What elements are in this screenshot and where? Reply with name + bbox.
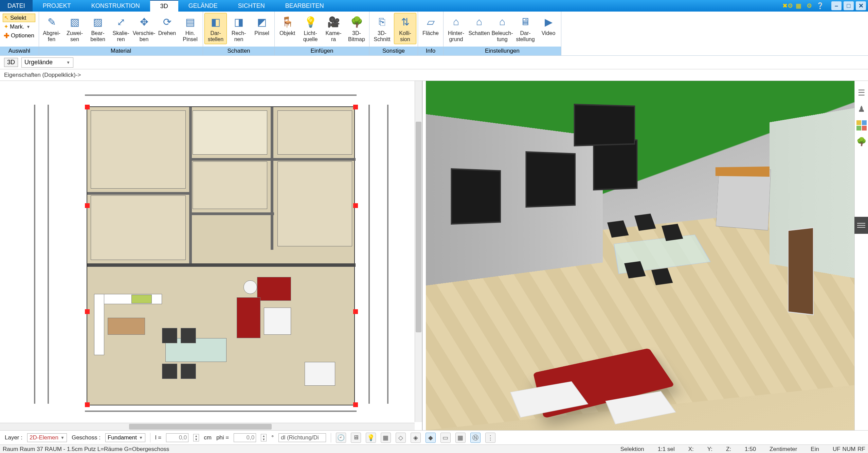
monitor-icon[interactable]: 🖥 [351, 433, 361, 443]
bulb-small-icon[interactable]: 💡 [366, 433, 376, 443]
tab-datei[interactable]: DATEI [0, 0, 33, 12]
tab-sichten[interactable]: SICHTEN [228, 0, 275, 12]
status-ein: Ein [811, 446, 819, 453]
status-x: X: [688, 446, 694, 453]
status-selektion: Selektion [620, 446, 644, 453]
length-spinner[interactable]: ▲▼ [193, 434, 199, 441]
tab-projekt[interactable]: PROJEKT [33, 0, 81, 12]
tools-icon[interactable]: ✖⚙ [783, 1, 792, 10]
terrain-layer-combo[interactable]: Urgelände▼ [21, 57, 73, 68]
material-skalieren-button[interactable]: ⤢Skalie- ren [110, 13, 132, 44]
help-icon[interactable]: ❔ [816, 1, 825, 10]
maximize-button[interactable]: □ [844, 1, 854, 10]
status-sel-ratio: 1:1 sel [658, 446, 675, 453]
display-icon: 🖥 [518, 15, 532, 29]
sonstige-3dschnitt-button[interactable]: ⎘3D- Schnitt [371, 13, 393, 44]
geschoss-select[interactable]: Fundament▼ [105, 433, 145, 442]
phi-input[interactable]: 0,0 [234, 433, 256, 442]
layer-b-icon[interactable]: ◈ [411, 433, 421, 443]
close-button[interactable]: ✕ [856, 1, 866, 10]
brush-bg-icon: ▤ [183, 15, 197, 29]
einst-video-button[interactable]: ▶Video [537, 13, 560, 38]
workspace: ☰ ♟ 🌳 [0, 81, 868, 430]
schatten-rechnen-button[interactable]: ◨Rech- nen [228, 13, 250, 44]
select-tool[interactable]: ↖Selekt [3, 14, 35, 22]
collision-icon: ⇅ [398, 15, 412, 29]
einfuegen-kamera-button[interactable]: 🎥Kame- ra [322, 13, 345, 44]
phi-spinner[interactable]: ▲▼ [261, 434, 267, 441]
marker-icon: ✦ [4, 23, 8, 30]
chevron-down-icon: ▼ [139, 435, 143, 440]
geschoss-label: Geschoss : [72, 434, 101, 441]
ribbon-group-einfuegen: 🪑Objekt 💡Licht- quelle 🎥Kame- ra 🌳3D- Bi… [275, 12, 369, 55]
fade-icon[interactable]: ▭ [440, 433, 451, 443]
dl-input[interactable]: dl (Richtung/Di [278, 433, 326, 442]
play-icon: ▶ [541, 15, 556, 29]
layer-a-icon[interactable]: ◇ [396, 433, 406, 443]
lightbulb-icon: 💡 [303, 15, 318, 29]
grid-icon[interactable]: ▦ [455, 433, 466, 443]
tab-3d[interactable]: 3D [150, 0, 178, 12]
tab-bearbeiten[interactable]: BEARBEITEN [275, 0, 334, 12]
status-unit: Zentimeter [770, 446, 797, 453]
assign-icon: ▧ [68, 15, 82, 29]
window-presets-icon[interactable]: ▦ [794, 1, 803, 10]
view-mode-badge[interactable]: 3D [4, 58, 18, 67]
plan-2d-viewport[interactable] [0, 81, 422, 430]
material-abgreifen-button[interactable]: ✎Abgrei- fen [40, 13, 63, 44]
eyedropper-icon: ✎ [44, 15, 59, 29]
tab-konstruktion[interactable]: KONSTRUKTION [81, 0, 150, 12]
ribbon-group-einstellungen: ⌂Hinter- grund ⌂Schatten ⌂Beleuch- tung … [444, 12, 561, 55]
lighting-icon: ⌂ [495, 15, 509, 29]
layer-label: Layer : [5, 434, 22, 441]
plan-horizontal-scrollbar[interactable] [0, 423, 415, 430]
layer-c-icon[interactable]: ◆ [426, 433, 436, 443]
einfuegen-objekt-button[interactable]: 🪑Objekt [276, 13, 299, 38]
shadow-brush-icon: ◩ [255, 15, 269, 29]
material-verschieben-button[interactable]: ✥Verschie- ben [133, 13, 155, 44]
material-drehen-button[interactable]: ⟳Drehen [156, 13, 178, 38]
swatch-icon[interactable]: ▦ [381, 433, 391, 443]
schatten-darstellen-button[interactable]: ◧Dar- stellen [204, 13, 227, 44]
options-tool[interactable]: ✚Optionen [3, 31, 35, 40]
shadow-settings-icon: ⌂ [472, 15, 486, 29]
parameter-bar: Layer : 2D-Elemen▼ Geschoss : Fundament▼… [0, 430, 868, 445]
ribbon-group-schatten: ◧Dar- stellen ◨Rech- nen ◩Pinsel Schatte… [203, 12, 275, 55]
sonstige-kollision-button[interactable]: ⇅Kolli- sion [394, 13, 416, 44]
einst-beleuchtung-button[interactable]: ⌂Beleuch- tung [491, 13, 513, 44]
app-settings-icon[interactable]: ⚙ [805, 1, 814, 10]
einst-schatten-button[interactable]: ⌂Schatten [468, 13, 490, 38]
length-input[interactable]: 0,0 [166, 433, 188, 442]
minimize-button[interactable]: – [831, 1, 842, 10]
mark-tool[interactable]: ✦Mark.▼ [3, 23, 35, 31]
einst-hintergrund-button[interactable]: ⌂Hinter- grund [445, 13, 467, 44]
einfuegen-3dbitmap-button[interactable]: 🌳3D- Bitmap [345, 13, 368, 44]
edit-material-icon: ▨ [91, 15, 105, 29]
layer-select[interactable]: 2D-Elemen▼ [27, 433, 67, 442]
panel-drag-handle[interactable] [854, 217, 868, 234]
more-icon[interactable]: ⋮ [485, 433, 495, 443]
properties-hint[interactable]: Eigenschaften (Doppelklick)-> [0, 69, 868, 81]
title-bar-icons: ✖⚙ ▦ ⚙ ❔ – □ ✕ [783, 0, 866, 12]
history-icon[interactable]: 🕘 [336, 433, 346, 443]
status-bar: Raum Raum 37 RAUM - 1.5cm Putz L=Räume G… [0, 445, 868, 453]
north-icon[interactable]: Ⓝ [470, 433, 481, 443]
info-flaeche-button[interactable]: ▱Fläche [419, 13, 442, 38]
layers-icon[interactable]: ☰ [856, 88, 867, 98]
schatten-pinsel-button[interactable]: ◩Pinsel [251, 13, 273, 38]
color-palette-icon[interactable] [856, 120, 867, 130]
einst-darstellung-button[interactable]: 🖥Dar- stellung [514, 13, 537, 44]
material-zuweisen-button[interactable]: ▧Zuwei- sen [64, 13, 86, 44]
plan-vertical-scrollbar[interactable] [415, 81, 422, 422]
material-bearbeiten-button[interactable]: ▨Bear- beiten [87, 13, 109, 44]
floor-plan[interactable] [87, 106, 355, 405]
landscape-tree-icon[interactable]: 🌳 [856, 137, 867, 147]
background-icon: ⌂ [449, 15, 463, 29]
scale-icon: ⤢ [114, 15, 128, 29]
material-hinpinsel-button[interactable]: ▤Hin. Pinsel [179, 13, 201, 44]
walkthrough-icon[interactable]: ♟ [856, 104, 867, 114]
ribbon-group-sonstige: ⎘3D- Schnitt ⇅Kolli- sion Sonstige [369, 12, 418, 55]
tab-gelaende[interactable]: GELÄNDE [178, 0, 228, 12]
view-3d-viewport[interactable]: ☰ ♟ 🌳 [422, 81, 868, 430]
einfuegen-lichtquelle-button[interactable]: 💡Licht- quelle [299, 13, 322, 44]
